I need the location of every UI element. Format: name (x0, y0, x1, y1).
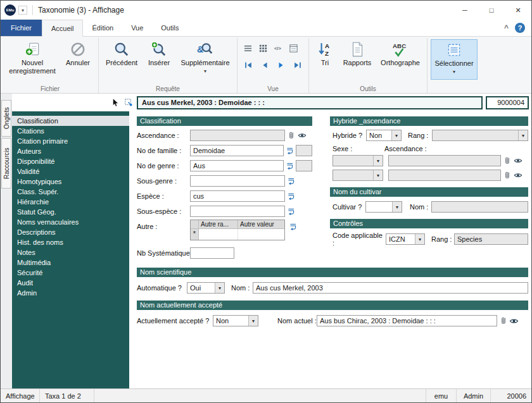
chevron-down-icon: ▾ (415, 234, 424, 244)
ascendance-field[interactable] (190, 130, 285, 141)
paperclip-icon (503, 171, 512, 180)
collapse-ribbon-icon[interactable]: ^ (504, 23, 509, 32)
lookup-button[interactable] (286, 207, 296, 216)
genre-field[interactable]: Aus (190, 160, 284, 171)
grid-cell[interactable] (199, 229, 238, 240)
hybride-ascendance-field-2[interactable] (388, 170, 501, 181)
spellcheck-button[interactable]: ABC Orthographe (377, 39, 424, 80)
previous-query-button[interactable]: Précédent (102, 39, 141, 80)
lookup-list-icon (286, 147, 294, 155)
next-record-button[interactable] (274, 59, 289, 71)
cultivar-label: Cultivar ? (330, 203, 365, 211)
last-record-button[interactable] (290, 59, 305, 71)
close-button[interactable]: ✕ (505, 1, 531, 20)
sexe-select-1[interactable]: ▾ (332, 155, 383, 166)
side-tab-raccourcis[interactable]: Raccourcis (1, 138, 11, 189)
maximize-button[interactable]: □ (478, 1, 505, 20)
side-tab-onglets[interactable]: Onglets (1, 100, 11, 137)
select-button[interactable]: Sélectionner ▾ (431, 39, 478, 80)
sidebar-item-descriptions[interactable]: Descriptions (12, 227, 129, 237)
sexe-select-2[interactable]: ▾ (332, 170, 383, 181)
tab-edition[interactable]: Édition (83, 20, 122, 36)
sous-genre-field[interactable] (190, 175, 285, 187)
insert-query-button[interactable]: Insérer (142, 39, 175, 80)
hybride-ascendance-field-1[interactable] (388, 155, 501, 166)
help-button[interactable]: ? (515, 23, 525, 33)
select-region-tool-button[interactable] (124, 97, 134, 108)
view-attached-button[interactable] (513, 156, 522, 166)
genre-extra-field[interactable] (296, 160, 312, 171)
automatique-select[interactable]: Oui ▾ (187, 282, 225, 294)
previous-record-button[interactable] (257, 59, 272, 71)
autre-grid[interactable]: Autre ra... Autre valeur * (190, 220, 285, 240)
sidebar-item-noms-vernaculaires[interactable]: Noms vernaculaires (12, 217, 129, 227)
nb-systematique-field[interactable] (190, 247, 234, 259)
code-applicable-select[interactable]: ICZN ▾ (386, 233, 425, 245)
sidebar-item-auteurs[interactable]: Auteurs (12, 146, 129, 156)
sidebar-item-disponibilite[interactable]: Disponibilité (12, 156, 129, 166)
view-list-button[interactable] (241, 42, 255, 54)
nom-scientifique-field[interactable]: Aus cus Merkel, 2003 (253, 282, 528, 294)
eye-icon (298, 131, 307, 140)
sidebar-item-admin[interactable]: Admin (12, 288, 129, 298)
lookup-button[interactable] (286, 177, 296, 186)
lookup-button[interactable] (285, 161, 294, 171)
sidebar-item-class-super[interactable]: Class. Supér. (12, 187, 129, 197)
additional-query-button[interactable]: & Supplémentaire ▾ (177, 39, 234, 80)
grid-cell[interactable] (238, 229, 284, 240)
tab-vue[interactable]: Vue (122, 20, 152, 36)
sidebar-item-hist-des-noms[interactable]: Hist. des noms (12, 237, 129, 247)
cultivar-select[interactable]: ▾ (365, 201, 402, 213)
lookup-button[interactable] (286, 192, 296, 201)
sidebar-item-multimedia[interactable]: Multimédia (12, 257, 129, 268)
lookup-button[interactable] (285, 146, 294, 156)
famille-field[interactable]: Demoidae (190, 145, 284, 156)
attach-button[interactable] (286, 131, 296, 140)
sidebar-item-statut-geog[interactable]: Statut Géog. (12, 207, 129, 217)
sidebar-item-securite[interactable]: Sécurité (12, 268, 129, 278)
famille-extra-field[interactable] (296, 145, 312, 156)
tab-outils[interactable]: Outils (152, 20, 187, 36)
reports-button[interactable]: Rapports (339, 39, 376, 80)
record-header-row: Aus cus Merkel, 2003 : Demoidae : : : 90… (12, 94, 531, 111)
sidebar-item-validite[interactable]: Validité (12, 166, 129, 177)
controles-rang-field[interactable]: Species (454, 233, 528, 245)
cancel-button[interactable]: Annuler (61, 39, 95, 80)
view-attached-button[interactable] (509, 316, 519, 326)
hybride-ascendance-label: Ascendance : (384, 145, 427, 152)
view-form-button[interactable] (286, 42, 300, 54)
sidebar-item-homotypiques[interactable]: Homotypiques (12, 177, 129, 187)
sous-espece-field[interactable] (190, 206, 285, 217)
attach-button[interactable] (502, 156, 512, 166)
actuellement-accepte-select[interactable]: Non ▾ (213, 315, 258, 326)
sidebar-item-classification[interactable]: Classification (12, 116, 129, 126)
attach-button[interactable] (502, 171, 512, 180)
tab-fichier[interactable]: Fichier (1, 20, 42, 36)
quick-access-caret-icon[interactable]: ▾ (18, 6, 27, 15)
hybride-rang-select[interactable]: ▾ (432, 130, 528, 141)
nom-actuel-field[interactable]: Aus bus Chirac, 2003 : Demoidae : : : (317, 315, 497, 326)
view-code-button[interactable]: </> (271, 42, 285, 54)
new-record-button[interactable]: Nouvel enregistrement (5, 39, 60, 80)
hybride-select[interactable]: Non ▾ (366, 130, 402, 141)
sidebar-item-citation-primaire[interactable]: Citation primaire (12, 136, 129, 146)
cultivar-nom-field[interactable] (431, 201, 528, 213)
sidebar-item-hierarchie[interactable]: Hiérarchie (12, 197, 129, 207)
attach-button[interactable] (498, 316, 508, 326)
espece-field[interactable]: cus (190, 190, 285, 202)
lookup-button[interactable] (288, 222, 298, 232)
first-record-button[interactable] (241, 59, 256, 71)
famille-label: No de famille : (137, 147, 190, 154)
tab-accueil[interactable]: Accueil (42, 20, 83, 37)
sidebar-item-audit[interactable]: Audit (12, 278, 129, 288)
minimize-button[interactable]: ─ (452, 1, 478, 20)
view-attached-button[interactable] (513, 171, 522, 180)
sort-button[interactable]: A Z Tri (312, 39, 338, 80)
sidebar-item-citations[interactable]: Citations (12, 126, 129, 136)
pointer-tool-button[interactable] (110, 97, 120, 108)
nom-scientifique-row: Automatique ? Oui ▾ Nom : Aus cus Merkel… (137, 282, 528, 294)
view-attached-button[interactable] (297, 131, 307, 140)
hybride-row: Hybride ? Non ▾ Rang : ▾ (330, 129, 528, 142)
sidebar-item-notes[interactable]: Notes (12, 247, 129, 257)
view-grid-button[interactable] (256, 42, 270, 54)
